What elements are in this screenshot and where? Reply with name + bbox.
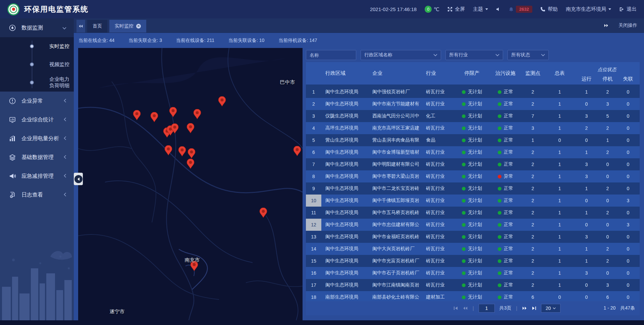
cell-monitor-points: 2 [521, 170, 545, 182]
cell-monitor-points: 6 [521, 291, 545, 301]
status-dot-icon [498, 126, 501, 130]
next-page-button[interactable] [522, 306, 527, 310]
table-row[interactable]: 6阆中生态环境局阆中市金博瑞新型墙材砖瓦行业无计划正常21120 [306, 146, 640, 158]
sidebar-item[interactable]: 数据监测 [0, 18, 74, 37]
table-row[interactable]: 2阆中生态环境局阆中市南方节能建材有砖瓦行业无计划正常21030 [306, 98, 640, 110]
map-panel[interactable]: 巴中市南充市遂宁市 [78, 48, 303, 320]
table-row[interactable]: 1阆中生态环境局阆中强锐页岩砖厂砖瓦行业无计划正常21120 [306, 86, 640, 98]
column-header[interactable]: 停限产 [453, 62, 490, 85]
cell-company: 阆中强锐页岩砖厂 [368, 86, 422, 98]
column-header[interactable]: 监测点 [521, 62, 545, 85]
page-size-select[interactable]: 20 [541, 304, 560, 313]
phone-icon [540, 7, 545, 12]
map-location-pin[interactable] [293, 146, 301, 156]
sidebar-subitem[interactable]: 企业电力负荷明细 [0, 73, 74, 92]
column-header[interactable]: 企业 [368, 62, 422, 85]
sidebar-subitem[interactable]: 实时监控 [0, 37, 74, 55]
name-filter-field[interactable] [306, 50, 356, 60]
status-dot-icon [498, 151, 501, 154]
name-search-input[interactable] [310, 52, 353, 58]
column-header[interactable]: 治污设施 [490, 62, 521, 85]
cell-seq: 3 [306, 110, 321, 122]
first-page-button[interactable] [453, 306, 458, 310]
help-button[interactable]: 帮助 [540, 6, 558, 12]
status-dot-icon [498, 259, 501, 263]
region-select[interactable]: 行政区域名称 [361, 50, 441, 60]
map-location-pin[interactable] [133, 110, 141, 120]
sidebar-subitem[interactable]: 视频监控 [0, 55, 74, 73]
industry-select[interactable]: 所有行业 [445, 50, 503, 60]
sidebar-item[interactable]: 应急减排管理 [0, 167, 74, 185]
double-chevron-right-icon [522, 306, 527, 310]
map-location-pin[interactable] [164, 145, 172, 155]
cell-limit-status: 无计划 [453, 158, 490, 170]
table-row[interactable]: 16阆中生态环境局阆中市石子页岩机砖厂砖瓦行业无计划正常21300 [306, 267, 640, 279]
table-row[interactable]: 4高坪生态环境局南充市高坪区王家店建砖瓦行业无计划正常31220 [306, 122, 640, 134]
cell-lost: 0 [616, 267, 640, 279]
filter-bar: 行政区域名称 所有行业 所有状态 [306, 48, 640, 62]
table-row[interactable]: 10阆中生态环境局阆中千佛镇五郎垭页岩砖瓦行业无计划正常21003 [306, 195, 640, 207]
table-row[interactable]: 8阆中生态环境局阆中市枣碧大梁山页岩砖瓦行业无计划异常21300 [306, 170, 640, 182]
previous-page-button[interactable] [463, 306, 468, 310]
tab-实时监控[interactable]: 实时监控✕ [109, 20, 146, 33]
map-location-pin[interactable] [150, 112, 158, 122]
cell-running: 3 [574, 110, 599, 122]
table-row[interactable]: 12阆中生态环境局阆中市忠信建材有限公砖瓦行业无计划正常21003 [306, 219, 640, 231]
map-location-pin[interactable] [169, 107, 177, 117]
sidebar-item[interactable]: 企业用电量分析 [0, 129, 74, 148]
user-menu[interactable]: 南充市生态环境局 [566, 6, 611, 12]
tab-首页[interactable]: 首页 [87, 20, 107, 33]
tabs-scroll-right-button[interactable] [604, 23, 608, 28]
map-location-pin[interactable] [187, 148, 196, 158]
column-header[interactable]: 行业 [422, 62, 453, 85]
map-location-pin[interactable] [186, 123, 195, 133]
status-dot-icon [498, 102, 501, 106]
close-icon[interactable]: ✕ [136, 24, 141, 29]
table-row[interactable]: 14阆中生态环境局阆中大兴页岩机砖厂砖瓦行业无计划正常21120 [306, 243, 640, 255]
table-row[interactable]: 7阆中生态环境局阆中明阳建材有限公司砖瓦行业无计划正常21300 [306, 158, 640, 170]
column-header[interactable]: 行政区域 [321, 62, 368, 85]
sidebar-item[interactable]: 基础数据管理 [0, 148, 74, 167]
fullscreen-button[interactable]: 全屏 [447, 6, 465, 12]
table-row[interactable]: 11阆中生态环境局阆中市五马桥页岩机砖砖瓦行业无计划正常21120 [306, 207, 640, 219]
notifications[interactable]: 2632 [509, 6, 532, 13]
column-header[interactable]: 失联 [616, 73, 640, 85]
table-row[interactable]: 3仪陇生态环境局西南油气田分公司川中化工无计划正常71350 [306, 110, 640, 122]
cell-seq: 18 [306, 291, 321, 301]
last-page-button[interactable] [532, 306, 536, 310]
map-location-pin[interactable] [171, 123, 179, 133]
table-row[interactable]: 15阆中生态环境局阆中市光富页岩机砖厂砖瓦行业无计划正常21120 [306, 255, 640, 267]
cell-industry: 砖瓦行业 [422, 231, 453, 243]
cell-total-meter: 1 [545, 146, 574, 158]
table-row[interactable]: 5营山生态环境局营山县润丰肉食品有限食品无计划正常10010 [306, 134, 640, 146]
map-location-pin[interactable] [218, 96, 226, 106]
close-operations-button[interactable]: 关闭操作 [619, 22, 637, 29]
sidebar-item-label: 企业综合统计 [21, 116, 54, 123]
map-location-pin[interactable] [193, 109, 201, 119]
tabs-scroll-left-button[interactable] [76, 20, 85, 33]
logout-button[interactable]: 退出 [619, 6, 637, 12]
theme-menu[interactable]: 主题 [473, 6, 488, 12]
page-number-input[interactable]: 1 [479, 304, 495, 313]
table-row[interactable]: 13阆中生态环境局阆中市金福旺页岩机砖砖瓦行业无计划正常21300 [306, 231, 640, 243]
table-row[interactable]: 9阆中生态环境局阆中市二龙长宝页岩砖砖瓦行业无计划正常21120 [306, 182, 640, 195]
table-row[interactable]: 18南部生态环境局南部县砂化土砖有限公建材加工无计划正常60060 [306, 291, 640, 301]
status-select[interactable]: 所有状态 [507, 50, 549, 60]
seq-highlight-badge: 10 [306, 195, 321, 207]
table-row[interactable]: 17阆中生态环境局阆中市江南镇阆南页岩砖瓦行业无计划正常21030 [306, 279, 640, 291]
column-header[interactable]: 运行 [574, 73, 599, 85]
cell-running: 3 [574, 170, 599, 182]
cell-seq: 15 [306, 255, 321, 267]
cell-company: 营山县润丰肉食品有限 [368, 134, 422, 146]
map-location-pin[interactable] [186, 159, 195, 169]
map-collapse-button[interactable] [74, 173, 83, 185]
map-location-pin[interactable] [178, 146, 186, 156]
sidebar-item[interactable]: 日志查看 [0, 185, 74, 204]
sidebar-item[interactable]: 企业异常 [0, 92, 74, 110]
column-header[interactable]: 总表 [545, 62, 574, 85]
status-dot-icon [462, 102, 466, 106]
sidebar-item[interactable]: 企业综合统计 [0, 110, 74, 129]
mute-button[interactable] [496, 7, 501, 11]
column-header[interactable]: 停机 [599, 73, 616, 85]
map-location-pin[interactable] [259, 208, 267, 218]
